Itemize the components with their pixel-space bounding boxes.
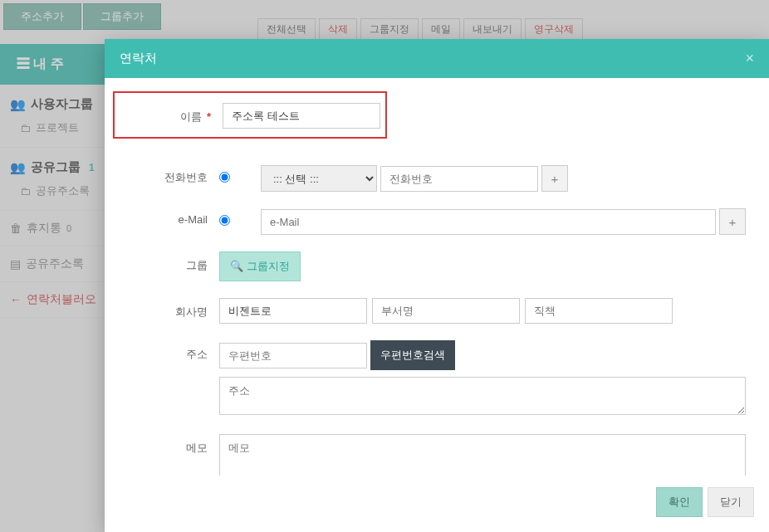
phone-primary-radio[interactable] (219, 172, 230, 183)
position-input[interactable] (525, 298, 673, 324)
company-input[interactable] (219, 298, 367, 324)
name-input[interactable] (223, 103, 380, 129)
address-label: 주소 (113, 340, 219, 362)
group-label: 그룹 (113, 251, 219, 273)
postal-input[interactable] (219, 343, 367, 368)
postal-search-button[interactable]: 우편번호검색 (370, 340, 455, 370)
email-input[interactable] (261, 209, 716, 235)
email-primary-radio[interactable] (219, 215, 230, 226)
confirm-button[interactable]: 확인 (656, 487, 703, 517)
address-textarea[interactable] (219, 377, 746, 415)
close-button[interactable]: 닫기 (708, 487, 754, 517)
name-highlight: 이름 (113, 91, 387, 139)
email-label: e-Mail (113, 208, 219, 226)
add-email-button[interactable]: + (719, 208, 746, 235)
assign-group-modal-button[interactable]: 🔍 그룹지정 (219, 251, 301, 281)
name-label: 이름 (120, 103, 223, 129)
close-icon[interactable]: × (745, 50, 754, 67)
phone-type-select[interactable]: ::: 선택 ::: (261, 165, 377, 192)
modal-header: 연락처 × (105, 39, 769, 78)
plus-icon: + (551, 172, 559, 186)
contact-modal: 연락처 × 이름 전화번호 ::: 선택 ::: + (105, 39, 769, 532)
plus-icon: + (729, 215, 737, 229)
phone-label: 전화번호 (113, 165, 219, 185)
department-input[interactable] (372, 298, 520, 324)
company-label: 회사명 (113, 298, 219, 320)
memo-label: 메모 (113, 434, 219, 456)
search-icon: 🔍 (230, 260, 243, 272)
phone-input[interactable] (380, 166, 538, 192)
group-assign-label: 그룹지정 (247, 260, 290, 272)
add-phone-button[interactable]: + (541, 165, 568, 192)
memo-textarea[interactable] (219, 434, 746, 476)
modal-title: 연락처 (120, 51, 157, 66)
